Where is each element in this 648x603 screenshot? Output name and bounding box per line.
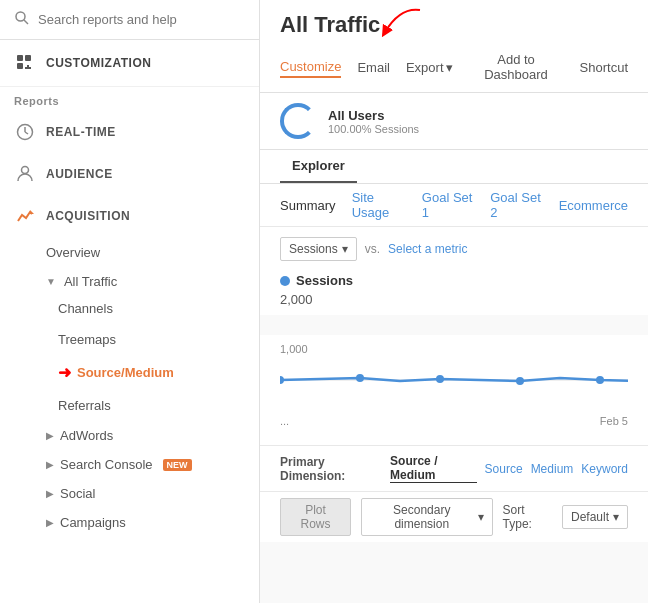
sidebar-item-audience[interactable]: AUDIENCE	[0, 153, 259, 195]
dropdown-arrow-icon: ▾	[446, 60, 453, 75]
dropdown-icon: ▾	[342, 242, 348, 256]
sub-item-treemaps[interactable]: Treemaps	[58, 324, 259, 355]
sidebar: CUSTOMIZATION Reports REAL-TIME AUDIENCE	[0, 0, 260, 603]
sort-default-dropdown[interactable]: Default ▾	[562, 505, 628, 529]
plot-rows-button[interactable]: Plot Rows	[280, 498, 351, 536]
page-header: All Traffic Customize Email Export ▾ Add…	[260, 0, 648, 93]
sort-type-label: Sort Type:	[503, 503, 552, 531]
segment-name: All Users	[328, 108, 419, 123]
chevron-right-icon-4: ▶	[46, 517, 54, 528]
search-icon	[14, 10, 30, 29]
svg-rect-6	[25, 67, 31, 69]
svg-point-16	[516, 377, 524, 385]
svg-line-1	[24, 20, 28, 24]
sub-tabs: Summary Site Usage Goal Set 1 Goal Set 2…	[260, 184, 648, 227]
vs-label: vs.	[365, 242, 380, 256]
arrow-source-medium-icon: ➜	[58, 363, 71, 382]
sub-item-channels[interactable]: Channels	[58, 293, 259, 324]
sub-item-all-traffic[interactable]: ▼ All Traffic	[46, 268, 259, 293]
new-badge: NEW	[163, 459, 192, 471]
chart-container: 1,000 ... Feb 5	[260, 335, 648, 445]
chevron-right-icon: ▶	[46, 430, 54, 441]
sessions-dot-icon	[280, 276, 290, 286]
secondary-dimension-dropdown[interactable]: Secondary dimension ▾	[361, 498, 493, 536]
chevron-right-icon-3: ▶	[46, 488, 54, 499]
segment-section: All Users 100.00% Sessions	[260, 93, 648, 150]
select-metric-link[interactable]: Select a metric	[388, 242, 467, 256]
sidebar-item-social[interactable]: ▶ Social	[46, 479, 259, 508]
person-icon	[14, 163, 36, 185]
add-to-dashboard-button[interactable]: Add to Dashboard	[469, 50, 564, 84]
sub-item-overview[interactable]: Overview	[46, 237, 259, 268]
subtab-goal-set-2[interactable]: Goal Set 2	[490, 190, 542, 220]
clock-icon	[14, 121, 36, 143]
svg-rect-2	[17, 55, 23, 61]
subtab-summary[interactable]: Summary	[280, 198, 336, 213]
page-title: All Traffic	[280, 12, 380, 38]
sessions-dropdown[interactable]: Sessions ▾	[280, 237, 357, 261]
svg-point-15	[436, 375, 444, 383]
explorer-tabs: Explorer	[260, 150, 648, 184]
sessions-count: 2,000	[280, 292, 628, 315]
svg-point-0	[16, 12, 25, 21]
primary-dimension: Primary Dimension: Source / Medium Sourc…	[260, 445, 648, 491]
sort-arrow-icon: ▾	[613, 510, 619, 524]
chart-svg	[280, 335, 628, 425]
all-traffic-children: Channels Treemaps ➜ Source/Medium Referr…	[46, 293, 259, 421]
sidebar-item-acquisition[interactable]: ACQUISITION	[0, 195, 259, 237]
dim-medium[interactable]: Medium	[531, 462, 574, 476]
chevron-down-icon: ▼	[46, 276, 56, 287]
metric-selector: Sessions ▾ vs. Select a metric	[280, 237, 628, 261]
svg-point-17	[596, 376, 604, 384]
acquisition-label: ACQUISITION	[46, 209, 130, 223]
svg-rect-4	[17, 63, 23, 69]
customize-button[interactable]: Customize	[280, 57, 341, 78]
search-input[interactable]	[38, 12, 245, 27]
svg-rect-3	[25, 55, 31, 61]
acquisition-icon	[14, 205, 36, 227]
svg-point-14	[356, 374, 364, 382]
customization-icon	[14, 52, 36, 74]
chart-dots-label: ...	[280, 415, 289, 427]
customization-label: CUSTOMIZATION	[46, 56, 151, 70]
email-button[interactable]: Email	[357, 58, 390, 77]
svg-point-10	[22, 167, 29, 174]
segment-info: All Users 100.00% Sessions	[328, 108, 419, 135]
sub-item-referrals[interactable]: Referrals	[58, 390, 259, 421]
bottom-toolbar: Plot Rows Secondary dimension ▾ Sort Typ…	[260, 491, 648, 542]
realtime-label: REAL-TIME	[46, 125, 116, 139]
svg-line-9	[25, 132, 28, 134]
shortcut-button[interactable]: Shortcut	[580, 58, 628, 77]
toolbar: Customize Email Export ▾ Add to Dashboar…	[280, 50, 628, 92]
customization-item[interactable]: CUSTOMIZATION	[0, 40, 259, 87]
reports-label: Reports	[0, 87, 259, 111]
arrow-annotation	[380, 2, 430, 42]
audience-label: AUDIENCE	[46, 167, 113, 181]
dim-source-medium[interactable]: Source / Medium	[390, 454, 476, 483]
sessions-label: Sessions	[280, 269, 628, 292]
export-dropdown[interactable]: Export ▾	[406, 60, 453, 75]
chart-y-mid-label: 1,000	[280, 343, 308, 355]
svg-point-13	[280, 376, 284, 384]
subtab-site-usage[interactable]: Site Usage	[352, 190, 406, 220]
segment-sub: 100.00% Sessions	[328, 123, 419, 135]
chevron-right-icon-2: ▶	[46, 459, 54, 470]
sidebar-item-search-console[interactable]: ▶ Search Console NEW	[46, 450, 259, 479]
sidebar-item-adwords[interactable]: ▶ AdWords	[46, 421, 259, 450]
segment-circle-icon	[280, 103, 316, 139]
tab-explorer[interactable]: Explorer	[280, 150, 357, 183]
chart-x-label: Feb 5	[600, 415, 628, 427]
dim-source[interactable]: Source	[485, 462, 523, 476]
svg-marker-11	[30, 210, 34, 214]
sidebar-item-campaigns[interactable]: ▶ Campaigns	[46, 508, 259, 537]
search-bar[interactable]	[0, 0, 259, 40]
primary-dim-label: Primary Dimension:	[280, 455, 382, 483]
subtab-ecommerce[interactable]: Ecommerce	[559, 198, 628, 213]
subtab-goal-set-1[interactable]: Goal Set 1	[422, 190, 474, 220]
metric-section: Sessions ▾ vs. Select a metric Sessions …	[260, 227, 648, 315]
sub-item-source-medium[interactable]: ➜ Source/Medium	[58, 355, 259, 390]
main-content: All Traffic Customize Email Export ▾ Add…	[260, 0, 648, 603]
dim-keyword[interactable]: Keyword	[581, 462, 628, 476]
sidebar-item-realtime[interactable]: REAL-TIME	[0, 111, 259, 153]
acquisition-sub-items: Overview ▼ All Traffic Channels Treemaps…	[0, 237, 259, 537]
